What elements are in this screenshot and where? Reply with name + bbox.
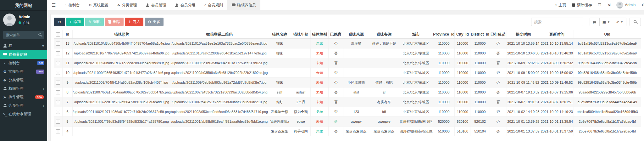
refresh-button[interactable]: ↻	[54, 18, 65, 26]
user-status: 在线	[19, 20, 30, 25]
table-row[interactable]: 7/uploads/20211007/ecd18e782af8047389180…	[54, 97, 641, 107]
cell: 2021-10-10 13:55:14	[540, 39, 574, 48]
cell	[73, 127, 171, 136]
column-header[interactable]: 猫咪年龄	[291, 30, 310, 39]
settings-button[interactable]: ⚙	[641, 3, 644, 7]
sidebar-item-dashboard[interactable]: ◔控制台hot	[0, 59, 47, 67]
cell: 2021-10-01 13:37:59	[507, 127, 540, 136]
cell: 流浪猫	[343, 39, 369, 48]
tab-system-config[interactable]: ⚙系统配置	[84, 0, 113, 10]
cell: 110000	[470, 39, 490, 48]
table-row[interactable]: 13/uploads/20211010/d3bd6430b4b064f40498…	[54, 39, 641, 48]
menu-badge: new	[36, 70, 44, 74]
column-header[interactable]: Id	[63, 30, 73, 39]
row-checkbox[interactable]	[56, 129, 60, 133]
clear-cache-link[interactable]: 清除缓存	[572, 3, 592, 8]
table-row[interactable]: 10/uploads/20211009/f9865493521d721e91f3…	[54, 68, 641, 78]
table-row[interactable]: 8/uploads/20211007/b0a15704aaa606a5c70c0…	[54, 87, 641, 97]
tab-category[interactable]: ☘分类管理	[113, 0, 142, 10]
column-header[interactable]: 提交时间	[507, 30, 540, 39]
sidebar-item-auth[interactable]: 权限管理‹	[0, 84, 47, 93]
export-button[interactable]: ⇗▼	[613, 18, 626, 26]
import-button[interactable]: ↥导入	[125, 18, 143, 26]
cell: af	[369, 87, 399, 97]
sidebar-item-category[interactable]: ☘分类管理	[0, 76, 47, 84]
sidebar: 我的网站 Admin 在线 猫▾猫领养信息◔控制台hot⚙常规管理new☘分类管…	[0, 0, 47, 141]
column-header[interactable]: 城市	[399, 30, 433, 39]
row-checkbox[interactable]	[56, 61, 60, 65]
column-header[interactable]: District_id	[470, 30, 490, 39]
row-checkbox[interactable]	[56, 90, 60, 94]
column-header[interactable]: City_id	[455, 30, 470, 39]
edit-button[interactable]: ✎编辑	[85, 18, 104, 26]
sidebar-item-command[interactable]: >_在线命令管理	[0, 110, 47, 118]
select-all-checkbox[interactable]	[56, 32, 60, 37]
column-header[interactable]: 猫咪名称	[268, 30, 291, 39]
row-checkbox[interactable]	[56, 110, 60, 114]
cell: bc51af16c53fd3213cc9a967d5e1dea9	[574, 48, 641, 58]
cell: 2021-10-10 13:46:30	[507, 48, 540, 58]
fullscreen-button[interactable]: ⇲	[607, 3, 610, 7]
home-link[interactable]: ⌂主页	[555, 3, 566, 8]
cell: 否	[328, 58, 343, 68]
search-button[interactable]	[630, 18, 641, 26]
table-row[interactable]: 11/uploads/20211009/0bad51d371e3eea28830…	[54, 58, 641, 68]
sidebar-item-cat-adoption[interactable]: 猫领养信息	[0, 50, 47, 59]
user-menu[interactable]: Admin	[616, 2, 636, 8]
cell: 110000	[433, 87, 455, 97]
cell: 99c82916438a65af9c3be0345cfe459b	[574, 58, 641, 68]
tab-cat-adoption[interactable]: 猫领养信息	[227, 0, 260, 10]
column-header[interactable]: 更新时间	[540, 30, 574, 39]
sidebar-item-general[interactable]: ⚙常规管理new	[0, 67, 47, 76]
cell: 110000	[455, 107, 470, 117]
menu-icon[interactable]: ☰	[47, 0, 60, 10]
sidebar-item-addon[interactable]: ➤插件管理new	[0, 93, 47, 101]
column-header[interactable]: 微信联系二维码	[171, 30, 268, 39]
cell: 北京/北京/东城区	[399, 48, 433, 58]
cell: 否	[328, 78, 343, 87]
row-checkbox[interactable]	[56, 71, 60, 75]
cell: /uploads/20211009/0bad51d371e3eea28830ea…	[73, 58, 171, 68]
table-row[interactable]: 12/uploads/20211010/770b79a432465374219b…	[54, 48, 641, 58]
tab-member-group[interactable]: 会员分组	[170, 0, 200, 10]
row-checkbox[interactable]	[56, 42, 60, 46]
common-search-button[interactable]: ▤	[590, 18, 599, 26]
row-checkbox[interactable]	[56, 81, 60, 85]
search-icon[interactable]	[38, 33, 42, 37]
document-button[interactable]: ❐	[598, 3, 601, 7]
table-search-input[interactable]	[531, 18, 583, 26]
cell: 否	[328, 107, 343, 117]
cell	[291, 39, 310, 48]
row-select-cell	[54, 107, 63, 117]
delete-button[interactable]: 删除	[105, 18, 124, 26]
sidebar-item-member[interactable]: 会员管理‹	[0, 101, 47, 110]
cell: 110000	[433, 78, 455, 87]
add-button[interactable]: +添加	[66, 18, 84, 26]
tab-member-rule[interactable]: ○会员规则	[200, 0, 227, 10]
column-header[interactable]: Uid	[574, 30, 641, 39]
tab-member[interactable]: 会员管理	[141, 0, 170, 10]
columns-button[interactable]: ▦▼	[600, 18, 613, 26]
table-row[interactable]: 5/uploads/20211001/ff95d83c88f94928d8f33…	[54, 117, 641, 127]
sidebar-item-cat[interactable]: 猫▾	[0, 42, 47, 50]
table-row[interactable]: 4发射点发生阀手动阀弟弟否发射点发射点发射点发射点四川省/成都市/锦江区5100…	[54, 127, 641, 136]
table-row[interactable]: 6/uploads/20211002/19714086a01b772c719b2…	[54, 107, 641, 117]
row-checkbox[interactable]	[56, 120, 60, 124]
column-header[interactable]: Province_id	[433, 30, 455, 39]
row-checkbox[interactable]	[56, 100, 60, 104]
tab-label: 会员管理	[151, 3, 166, 8]
column-header[interactable]: 猫咪来源	[343, 30, 369, 39]
column-header[interactable]: 已打疫苗	[490, 30, 507, 39]
column-header[interactable]: 猫咪备注	[369, 30, 399, 39]
cell: 2021-10-09 15:00:02	[540, 68, 574, 78]
row-checkbox[interactable]	[56, 51, 60, 55]
tab-dashboard[interactable]: ◔控制台	[60, 0, 84, 10]
cell: /uploads/20211009/0eb8db993cc961a72dd87d…	[171, 78, 268, 87]
cell: 否	[328, 48, 343, 58]
more-button[interactable]: ⚙更多	[145, 18, 164, 26]
column-header[interactable]: 已绝育	[328, 30, 343, 39]
column-header[interactable]: 猫咪照片	[73, 30, 171, 39]
column-header[interactable]: 猫咪性别	[311, 30, 329, 39]
menu-search-input[interactable]	[3, 31, 44, 39]
table-row[interactable]: 9/uploads/20211009/704f541f4a50b52acf38c…	[54, 78, 641, 87]
